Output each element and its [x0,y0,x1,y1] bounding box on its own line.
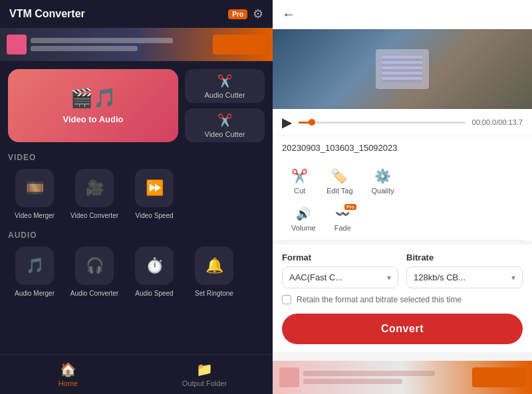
video-pixelated [382,56,422,82]
audio-cutter-card[interactable]: ✂️ Audio Cutter [185,69,265,103]
convert-button[interactable]: Convert [282,314,523,344]
right-ad-lines [303,371,468,384]
format-section: Format AAC(Fast C... ▾ Bitrate 128kb/s C… [273,245,532,352]
audio-merger-icon-box: 🎵 [15,246,54,285]
header-right: Pro ⚙ [228,7,263,21]
progress-bar[interactable] [299,122,466,124]
left-panel: VTM Converter Pro ⚙ 🎬🎵 Video to Audio ✂️… [0,0,273,394]
quality-tool[interactable]: ⚙️ Quality [362,164,404,199]
video-to-audio-card[interactable]: 🎬🎵 Video to Audio [8,69,178,142]
fade-label: Fade [334,224,351,232]
gear-icon[interactable]: ⚙ [253,7,263,21]
video-speed-label: Video Speed [135,211,173,220]
bottom-nav: 🏠 Home 📁 Output Folder [0,354,273,394]
right-header: ← [273,0,532,29]
edit-tag-tool[interactable]: 🏷️ Edit Tag [317,164,362,199]
feature-row: 🎬🎵 Video to Audio ✂️ Audio Cutter ✂️ Vid… [8,69,265,142]
bitrate-col: Bitrate 128kb/s CB... ▾ [406,252,523,288]
ad-line-1 [31,38,173,43]
cut-tool[interactable]: ✂️ Cut [282,164,317,199]
ad-text-lines [31,38,209,51]
app-title: VTM Converter [9,8,85,20]
format-value: AAC(Fast C... [289,272,342,282]
audio-converter-item[interactable]: 🎧 Audio Converter [68,246,121,298]
video-to-audio-label: Video to Audio [63,114,124,124]
scroll-content: 🎬🎵 Video to Audio ✂️ Audio Cutter ✂️ Vid… [0,61,273,354]
video-merger-label: Video Merger [15,211,55,220]
nav-home[interactable]: 🏠 Home [0,355,136,394]
cut-icon: ✂️ [291,168,308,184]
tools-row-1: ✂️ Cut 🏷️ Edit Tag ⚙️ Quality [282,164,523,199]
video-speed-icon-box: ⏩ [135,169,174,207]
volume-tool[interactable]: 🔊 Volume [282,204,325,235]
play-button[interactable]: ▶ [282,114,292,130]
audio-grid-row: 🎵 Audio Merger 🎧 Audio Converter ⏱️ Audi… [8,246,265,298]
right-bottom-ad [273,361,532,394]
format-row: Format AAC(Fast C... ▾ Bitrate 128kb/s C… [282,252,523,288]
audio-merger-item[interactable]: 🎵 Audio Merger [8,246,61,298]
audio-converter-icon-box: 🎧 [75,246,114,285]
cut-label: Cut [294,187,305,195]
audio-cutter-icon: ✂️ [217,74,232,88]
home-label: Home [59,379,78,387]
video-speed-item[interactable]: ⏩ Video Speed [128,169,181,220]
set-ringtone-item[interactable]: 🔔 Set Ringtone [188,246,241,298]
right-ad-pink [279,367,299,387]
video-to-audio-icon: 🎬🎵 [70,87,116,109]
output-folder-label: Output Folder [182,379,227,387]
video-cutter-label: Video Cutter [205,130,245,138]
side-cards: ✂️ Audio Cutter ✂️ Video Cutter [185,69,265,142]
fade-tool[interactable]: Pro 〰️ Fade [325,204,360,235]
format-select[interactable]: AAC(Fast C... ▾ [282,266,398,288]
format-label: Format [282,252,398,262]
edit-tag-icon: 🏷️ [331,168,348,184]
file-name: 20230903_103603_15092023 [282,143,398,153]
format-col: Format AAC(Fast C... ▾ [282,252,398,288]
quality-icon: ⚙️ [374,168,391,184]
set-ringtone-label: Set Ringtone [195,289,233,298]
home-icon: 🏠 [60,361,76,377]
file-info: 20230903_103603_15092023 [273,136,532,159]
volume-label: Volume [291,224,316,232]
format-arrow-icon: ▾ [387,273,391,282]
edit-tag-label: Edit Tag [327,187,353,195]
bitrate-value: 128kb/s CB... [414,272,466,282]
right-ad-line-2 [303,379,402,384]
back-button[interactable]: ← [282,7,295,22]
quality-label: Quality [372,187,394,195]
bitrate-arrow-icon: ▾ [511,273,515,282]
pro-badge: Pro [228,9,247,19]
audio-speed-icon-box: ⏱️ [135,246,174,285]
audio-speed-item[interactable]: ⏱️ Audio Speed [128,246,181,298]
audio-speed-label: Audio Speed [135,289,173,298]
audio-merger-label: Audio Merger [15,289,55,298]
right-ad-orange [472,367,525,387]
video-converter-item[interactable]: 🎥 Video Converter [68,169,121,220]
retain-checkbox[interactable] [282,295,291,304]
video-merger-icon-box: 🎞️ [15,169,54,207]
video-converter-icon-box: 🎥 [75,169,114,207]
bitrate-label: Bitrate [406,252,523,262]
app-header: VTM Converter Pro ⚙ [0,0,273,28]
player-controls: ▶ 00:00.0/00:13.7 [273,109,532,136]
video-preview [273,29,532,109]
bitrate-select[interactable]: 128kb/s CB... ▾ [406,266,523,288]
video-cutter-icon: ✂️ [217,113,232,128]
ad-line-2 [31,46,138,51]
time-display: 00:00.0/00:13.7 [472,118,523,126]
video-merger-item[interactable]: 🎞️ Video Merger [8,169,61,220]
video-grid-row: 🎞️ Video Merger 🎥 Video Converter ⏩ Vide… [8,169,265,220]
audio-cutter-label: Audio Cutter [204,91,245,99]
video-converter-label: Video Converter [70,211,118,220]
edit-tools: ✂️ Cut 🏷️ Edit Tag ⚙️ Quality 🔊 Volume P… [273,159,532,241]
right-panel: ← ▶ 00:00.0/00:13.7 20230903_103603_1509… [273,0,532,394]
volume-icon: 🔊 [296,207,311,221]
audio-converter-label: Audio Converter [70,289,118,298]
video-center [376,49,429,89]
retain-label: Retain the format and bitrate selected t… [297,295,462,304]
video-cutter-card[interactable]: ✂️ Video Cutter [185,108,265,142]
nav-output-folder[interactable]: 📁 Output Folder [136,355,273,394]
folder-icon: 📁 [196,361,213,377]
ad-pink-block [7,35,27,54]
retain-row: Retain the format and bitrate selected t… [282,295,523,304]
